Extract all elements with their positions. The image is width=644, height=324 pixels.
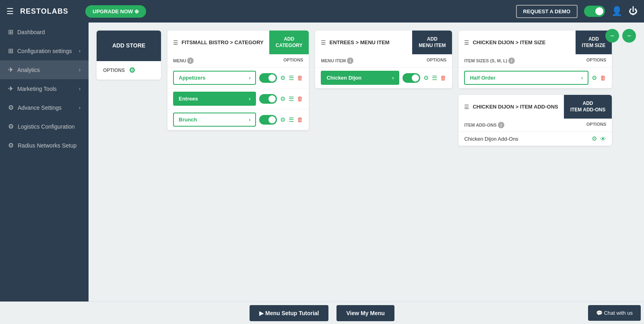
delete-icon[interactable]: 🗑 [600,74,606,81]
sidebar-item-marketing[interactable]: ✈ Marketing Tools › [0,79,89,98]
delete-icon[interactable]: 🗑 [297,74,303,81]
add-item-addons-button[interactable]: ADD ITEM ADD-ONS [564,95,612,119]
entrees-col-headers: MENU ITEM i OPTIONS [315,54,452,68]
entrees-title-area: ☰ ENTREES > MENU ITEM [315,34,412,51]
menu-item-col-header: MENU ITEM i [321,57,353,64]
table-row: Entrees › ⚙ ☰ 🗑 [167,88,309,109]
gear-icon[interactable]: ⚙ [423,74,429,82]
addon-label: Chicken Dijon Add-Ons [464,136,588,142]
options-col-header-addons: OPTIONS [586,122,607,128]
add-store-panel: ADD STORE OPTIONS ⚙ [97,31,161,80]
hamburger-icon[interactable]: ☰ [6,6,14,16]
fitsmall-col-headers: MENU i OPTIONS [167,54,309,68]
table-row: Chicken Dijon › ⚙ ☰ 🗑 [315,68,452,88]
marketing-icon: ✈ [8,85,13,92]
header-right: REQUEST A DEMO 👤 ⏻ [516,5,638,18]
list-icon[interactable]: ☰ [432,74,437,82]
fitsmall-header: ☰ FITSMALL BISTRO > CATEGORY ADD CATEGOR… [167,31,309,54]
gear-icon[interactable]: ⚙ [592,74,597,82]
options-col-header-entrees: OPTIONS [427,57,447,64]
menu-info-icon[interactable]: i [187,57,194,64]
half-order-button[interactable]: Half Order › [464,71,588,85]
gear-icon[interactable]: ⚙ [592,135,597,142]
theme-toggle[interactable] [584,6,605,17]
list-icon[interactable]: ☰ [289,116,294,123]
list-icon-addons: ☰ [464,104,469,110]
delete-icon[interactable]: 🗑 [440,74,446,81]
fitsmall-title-area: ☰ FITSMALL BISTRO > CATEGORY [167,34,269,51]
addons-info-icon[interactable]: i [498,122,504,128]
half-order-actions: ⚙ 🗑 [592,74,606,82]
eye-icon[interactable]: 👁 [600,135,606,142]
request-demo-button[interactable]: REQUEST A DEMO [516,5,578,18]
add-menu-item-button[interactable]: ADD MENU ITEM [412,31,452,54]
sidebar-item-analytics[interactable]: ✈ Analytics › [0,60,89,79]
sidebar-item-radius[interactable]: ⚙ Radius Networks Setup [0,136,89,155]
list-icon[interactable]: ☰ [289,95,294,103]
list-icon-fitsmall: ☰ [173,39,178,46]
sidebar-label-logistics: Logistics Configuration [18,123,75,130]
sizes-info-icon[interactable]: i [508,57,515,64]
chevron-right-icon-advance: › [79,105,80,111]
addons-header: ☰ CHICKEN DIJON > ITEM ADD-ONS ADD ITEM … [458,95,612,119]
sidebar-item-logistics[interactable]: ⚙ Logistics Configuration [0,117,89,136]
upgrade-button[interactable]: UPGRADE NOW ⊕ [85,5,146,18]
sidebar-item-dashboard[interactable]: ⊞ Dashboard [0,23,89,41]
options-label: OPTIONS [103,68,125,73]
delete-icon[interactable]: 🗑 [297,95,303,102]
menu-item-info-icon[interactable]: i [347,57,353,64]
store-options-row: OPTIONS ⚙ [97,61,161,80]
bottom-bar: ▶ Menu Setup Tutorial View My Menu [0,301,644,324]
collapse-button-1[interactable]: − [605,29,619,43]
size-title: CHICKEN DIJON > ITEM SIZE [473,39,545,45]
chevron-right-icon-analytics: › [79,67,80,73]
header: ☰ RESTOLABS UPGRADE NOW ⊕ REQUEST A DEMO… [0,0,644,23]
dashboard-icon: ⊞ [8,28,13,36]
chicken-dijon-size-panel: ☰ CHICKEN DIJON > ITEM SIZE ADD ITEM SIZ… [458,31,612,88]
chevron-right-icon-marketing: › [79,86,80,92]
sidebar-label-radius: Radius Networks Setup [18,142,76,149]
advance-icon: ⚙ [8,104,14,111]
brunch-button[interactable]: Brunch › [173,113,256,127]
sidebar-item-configuration[interactable]: ⊞ Configuration settings › [0,41,89,60]
radius-icon: ⚙ [8,141,14,149]
chicken-dijon-button[interactable]: Chicken Dijon › [321,71,399,85]
list-icon-entrees: ☰ [321,39,326,46]
sidebar-item-advance[interactable]: ⚙ Advance Settings › [0,98,89,117]
gear-icon[interactable]: ⚙ [280,116,285,123]
view-menu-button[interactable]: View My Menu [336,305,394,321]
collapse-button-2[interactable]: − [622,29,636,43]
brunch-actions: ⚙ ☰ 🗑 [280,116,303,123]
logout-icon[interactable]: ⏻ [629,6,638,16]
gear-icon[interactable]: ⚙ [280,95,285,103]
table-row: Appetizers › ⚙ ☰ 🗑 [167,68,309,88]
tutorial-button[interactable]: ▶ Menu Setup Tutorial [250,305,328,321]
entrees-toggle[interactable] [259,94,277,104]
chat-button[interactable]: 💬 Chat with us [588,305,641,321]
sidebar-label-configuration: Configuration settings [17,48,72,54]
menu-col-header: MENU i [173,57,194,64]
configuration-icon: ⊞ [8,47,13,55]
logo-area: ☰ RESTOLABS [6,6,79,16]
user-icon[interactable]: 👤 [611,6,622,16]
right-panels: ☰ CHICKEN DIJON > ITEM SIZE ADD ITEM SIZ… [458,31,612,146]
chicken-dijon-addons-panel: ☰ CHICKEN DIJON > ITEM ADD-ONS ADD ITEM … [458,95,612,146]
size-title-area: ☰ CHICKEN DIJON > ITEM SIZE [458,34,575,51]
add-store-button[interactable]: ADD STORE [97,31,161,61]
entrees-button[interactable]: Entrees › [173,92,256,106]
options-col-header: OPTIONS [283,57,303,64]
appetizers-button[interactable]: Appetizers › [173,71,256,85]
addons-col-header: ITEM ADD-ONS i [464,122,504,128]
sidebar-label-marketing: Marketing Tools [17,86,57,92]
appetizers-toggle[interactable] [259,73,277,83]
add-category-button[interactable]: ADD CATEGORY [269,31,309,54]
delete-icon[interactable]: 🗑 [297,116,303,123]
chevron-right-icon: › [79,48,80,54]
fitsmall-title: FITSMALL BISTRO > CATEGORY [182,39,264,45]
chicken-dijon-toggle[interactable] [402,73,420,83]
gear-icon[interactable]: ⚙ [280,74,285,82]
brunch-toggle[interactable] [259,115,277,125]
addons-col-headers: ITEM ADD-ONS i OPTIONS [458,119,612,132]
gear-icon[interactable]: ⚙ [129,66,135,75]
list-icon[interactable]: ☰ [289,74,294,82]
